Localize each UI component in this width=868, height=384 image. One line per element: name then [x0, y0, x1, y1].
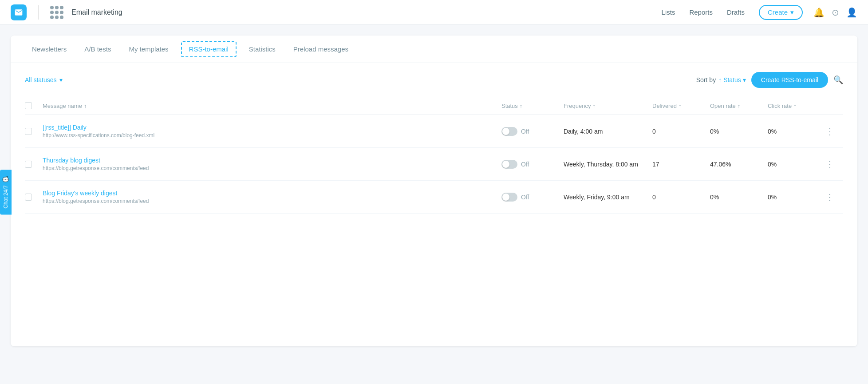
tab-rss-to-email[interactable]: RSS-to-email [181, 41, 237, 57]
chevron-down-icon: ▾ [790, 8, 794, 16]
status-toggle-wrap-2: Off [501, 160, 564, 169]
row-status-cell-2: Off [501, 160, 564, 169]
chat-icon: 💬 [3, 176, 9, 182]
status-filter-label: All statuses [25, 76, 57, 83]
col-header-name[interactable]: Message name ↑ [43, 102, 501, 109]
nav-links: Lists Reports Drafts Create ▾ [662, 5, 803, 20]
row-more-cell-1: ⋮ [825, 126, 843, 137]
sort-field-label: Status [723, 76, 741, 83]
row-frequency-cell-2: Weekly, Thursday, 8:00 am [564, 161, 652, 168]
tab-newsletters[interactable]: Newsletters [25, 36, 74, 63]
table-header: Message name ↑ Status ↑ Frequency ↑ Deli… [25, 97, 843, 115]
col-header-open-rate[interactable]: Open rate ↑ [710, 102, 768, 109]
search-icon-button[interactable]: 🔍 [833, 75, 843, 85]
row-click-rate-cell-3: 0% [768, 194, 825, 201]
row-more-button-2[interactable]: ⋮ [825, 159, 834, 170]
row-name-cell-2: Thursday blog digest https://blog.getres… [43, 157, 501, 171]
nav-link-lists[interactable]: Lists [662, 8, 675, 16]
nav-link-reports[interactable]: Reports [689, 8, 713, 16]
status-label-1: Off [521, 128, 529, 135]
sort-status-col-icon: ↑ [520, 103, 523, 109]
col-header-delivered[interactable]: Delivered ↑ [652, 102, 710, 109]
toolbar: All statuses ▾ Sort by ↑ Status ▾ Create… [11, 63, 857, 97]
row-frequency-cell-1: Daily, 4:00 am [564, 128, 652, 135]
status-toggle-2[interactable] [501, 160, 517, 169]
row-delivered-cell-1: 0 [652, 128, 710, 135]
user-avatar-icon[interactable]: 👤 [846, 7, 857, 18]
col-header-status[interactable]: Status ↑ [501, 102, 564, 109]
message-name-link-1[interactable]: [[rss_title]] Daily [43, 124, 501, 131]
col-header-click-rate[interactable]: Click rate ↑ [768, 102, 825, 109]
sort-click-rate-icon: ↑ [793, 103, 797, 109]
status-toggle-1[interactable] [501, 127, 517, 136]
chevron-down-icon: ▾ [59, 76, 63, 83]
select-all-checkbox[interactable] [25, 102, 43, 109]
row-open-rate-cell-1: 0% [710, 128, 768, 135]
message-url-1: http://www.rss-specifications.com/blog-f… [43, 132, 501, 139]
row-checkbox-2[interactable] [25, 161, 43, 168]
chat-widget[interactable]: Chat 24/7 💬 [0, 170, 12, 214]
sort-frequency-icon: ↑ [592, 103, 596, 109]
row-open-rate-cell-2: 47.06% [710, 161, 768, 168]
topnav-icon-area: 🔔 ⊙ 👤 [813, 7, 857, 18]
row-name-cell-3: Blog Friday's weekly digest https://blog… [43, 190, 501, 204]
status-toggle-wrap-1: Off [501, 127, 564, 136]
chat-label: Chat 24/7 [3, 185, 9, 208]
tab-preload-messages[interactable]: Preload messages [286, 36, 355, 63]
status-filter-button[interactable]: All statuses ▾ [25, 76, 63, 83]
row-frequency-cell-3: Weekly, Friday, 9:00 am [564, 194, 652, 201]
sort-delivered-icon: ↑ [679, 103, 682, 109]
sort-name-icon: ↑ [84, 103, 87, 109]
sort-open-rate-icon: ↑ [738, 103, 741, 109]
tab-statistics[interactable]: Statistics [242, 36, 283, 63]
tab-ab-tests[interactable]: A/B tests [77, 36, 118, 63]
sort-up-icon: ↑ [718, 76, 722, 83]
row-name-cell-1: [[rss_title]] Daily http://www.rss-speci… [43, 124, 501, 139]
create-rss-button[interactable]: Create RSS-to-email [751, 72, 828, 88]
chevron-down-icon: ▾ [743, 76, 746, 83]
nav-link-drafts[interactable]: Drafts [727, 8, 745, 16]
col-header-frequency[interactable]: Frequency ↑ [564, 102, 652, 109]
status-toggle-wrap-3: Off [501, 193, 564, 202]
sort-area: Sort by ↑ Status ▾ [696, 76, 746, 83]
table-row: Thursday blog digest https://blog.getres… [25, 148, 843, 181]
top-navigation: Email marketing Lists Reports Drafts Cre… [0, 0, 868, 25]
nav-divider [38, 5, 39, 20]
message-name-link-3[interactable]: Blog Friday's weekly digest [43, 190, 501, 197]
logo-area: Email marketing [11, 4, 122, 20]
tab-bar: Newsletters A/B tests My templates RSS-t… [11, 36, 857, 63]
sort-status-button[interactable]: ↑ Status ▾ [718, 76, 746, 83]
row-open-rate-cell-3: 0% [710, 194, 768, 201]
main-content: Newsletters A/B tests My templates RSS-t… [11, 36, 857, 346]
row-more-button-1[interactable]: ⋮ [825, 126, 834, 137]
row-checkbox-1[interactable] [25, 128, 43, 135]
status-toggle-3[interactable] [501, 193, 517, 202]
app-logo-icon [11, 4, 27, 20]
apps-grid-icon[interactable] [50, 6, 63, 19]
notifications-bell-icon[interactable]: 🔔 [813, 7, 825, 18]
row-delivered-cell-3: 0 [652, 194, 710, 201]
status-label-3: Off [521, 194, 529, 201]
app-name-label: Email marketing [71, 8, 122, 16]
sort-by-label: Sort by [696, 76, 716, 83]
tab-my-templates[interactable]: My templates [122, 36, 175, 63]
create-button[interactable]: Create ▾ [759, 5, 803, 20]
row-more-button-3[interactable]: ⋮ [825, 192, 834, 202]
message-name-link-2[interactable]: Thursday blog digest [43, 157, 501, 164]
row-click-rate-cell-2: 0% [768, 161, 825, 168]
table-row: [[rss_title]] Daily http://www.rss-speci… [25, 115, 843, 148]
row-more-cell-3: ⋮ [825, 192, 843, 202]
row-status-cell-1: Off [501, 127, 564, 136]
row-click-rate-cell-1: 0% [768, 128, 825, 135]
row-checkbox-3[interactable] [25, 194, 43, 201]
row-delivered-cell-2: 17 [652, 161, 710, 168]
message-url-2: https://blog.getresponse.com/comments/fe… [43, 165, 501, 171]
row-status-cell-3: Off [501, 193, 564, 202]
status-label-2: Off [521, 161, 529, 168]
search-topnav-icon[interactable]: ⊙ [832, 7, 839, 18]
table-container: Message name ↑ Status ↑ Frequency ↑ Deli… [11, 97, 857, 228]
row-more-cell-2: ⋮ [825, 159, 843, 170]
table-row: Blog Friday's weekly digest https://blog… [25, 181, 843, 214]
message-url-3: https://blog.getresponse.com/comments/fe… [43, 198, 501, 204]
